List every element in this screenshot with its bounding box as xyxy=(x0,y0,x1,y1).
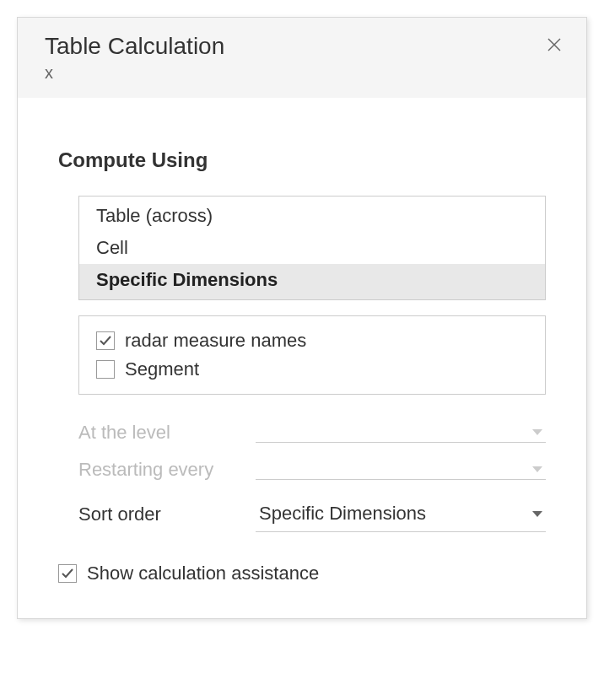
at-the-level-label: At the level xyxy=(78,422,256,444)
segment-checkbox[interactable] xyxy=(96,360,115,379)
show-assistance-checkbox[interactable] xyxy=(58,564,77,583)
header-title-group: Table Calculation x xyxy=(45,33,224,83)
restarting-every-row: Restarting every xyxy=(78,459,546,481)
dimension-segment: Segment xyxy=(96,355,528,384)
at-the-level-select xyxy=(256,423,546,443)
check-icon xyxy=(61,567,74,580)
chevron-down-icon xyxy=(532,466,542,472)
close-icon xyxy=(546,36,563,53)
chevron-down-icon xyxy=(532,429,542,435)
show-assistance-label: Show calculation assistance xyxy=(87,563,319,584)
dimension-radar-measure: radar measure names xyxy=(96,326,528,355)
at-the-level-row: At the level xyxy=(78,422,546,444)
dialog-subtitle: x xyxy=(45,63,224,83)
radar-measure-label: radar measure names xyxy=(125,330,306,352)
segment-label: Segment xyxy=(125,358,199,380)
option-table-across[interactable]: Table (across) xyxy=(79,197,545,232)
radar-measure-checkbox[interactable] xyxy=(96,331,115,350)
compute-using-options: Table (across) Cell Specific Dimensions xyxy=(78,196,546,300)
table-calculation-dialog: Table Calculation x Compute Using Table … xyxy=(17,17,587,619)
restarting-every-label: Restarting every xyxy=(78,459,256,481)
option-specific-dimensions[interactable]: Specific Dimensions xyxy=(79,264,545,299)
option-cell[interactable]: Cell xyxy=(79,232,545,264)
sort-order-row: Sort order Specific Dimensions xyxy=(78,496,546,532)
sort-order-value: Specific Dimensions xyxy=(259,503,426,525)
dialog-header: Table Calculation x xyxy=(18,18,586,98)
dimensions-list: radar measure names Segment xyxy=(78,315,546,395)
restarting-every-select xyxy=(256,460,546,480)
chevron-down-icon xyxy=(532,511,542,517)
dialog-body: Compute Using Table (across) Cell Specif… xyxy=(18,98,586,618)
sort-order-label: Sort order xyxy=(78,503,256,525)
check-icon xyxy=(99,334,112,347)
show-assistance-row: Show calculation assistance xyxy=(58,563,546,584)
dialog-title: Table Calculation xyxy=(45,33,224,60)
compute-using-title: Compute Using xyxy=(58,148,546,172)
close-button[interactable] xyxy=(542,33,566,57)
sort-order-select[interactable]: Specific Dimensions xyxy=(256,496,546,532)
